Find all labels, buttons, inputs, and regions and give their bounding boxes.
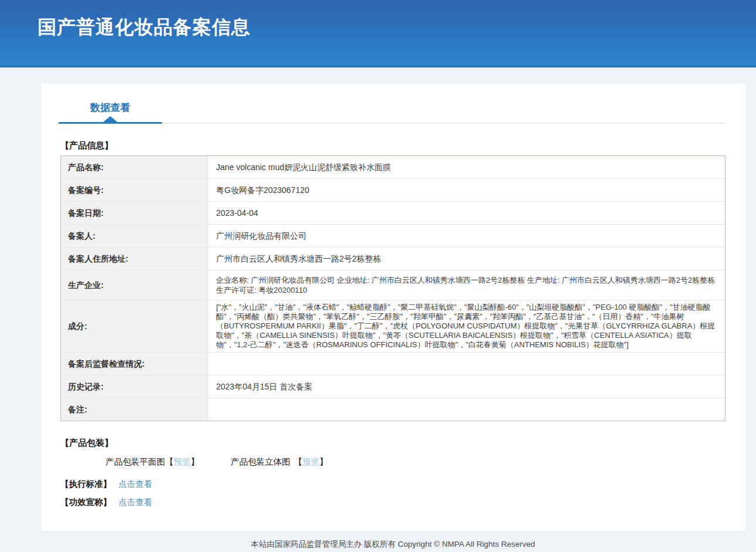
table-row: 备注: [61, 398, 725, 421]
exec-standard-view-link[interactable]: 点击查看 [118, 479, 152, 489]
section-title-product-info: 【产品信息】 [60, 140, 726, 151]
table-row: 备案后监督检查情况: [61, 353, 725, 375]
content-card: 数据查看 【产品信息】 产品名称: Jane volcanic mud妍泥火山泥… [41, 83, 745, 531]
table-row: 产品名称: Jane volcanic mud妍泥火山泥舒缓紧致补水面膜 [61, 156, 725, 179]
table-row: 备案人住所地址: 广州市白云区人和镇秀水塘西一路2号2栋整栋 [61, 248, 725, 270]
row-label: 生产企业: [61, 270, 208, 300]
row-value [208, 353, 725, 375]
bracket-close: 】 [191, 457, 199, 466]
row-label: 历史记录: [61, 375, 208, 398]
row-value: ["水"，"火山泥"，"甘油"，"液体石蜡"，"鲸蜡硬脂醇"，"聚二甲基硅氧烷"… [208, 300, 725, 353]
section-title-efficacy-claim: 【功效宣称】 [60, 497, 111, 507]
page-footer: 本站由国家药品监督管理局主办 版权所有 Copyright © NMPA All… [41, 539, 745, 550]
row-value: 广州润研化妆品有限公司 [208, 225, 725, 248]
row-value: 2023-04-04 [208, 202, 725, 225]
bracket-open: 【 [165, 457, 174, 466]
row-label: 产品名称: [61, 156, 208, 179]
packaging-stereo-preview-link[interactable]: 预览 [303, 457, 320, 466]
packaging-flat-preview-link[interactable]: 预览 [174, 457, 191, 466]
table-row: 生产企业: 企业名称: 广州润研化妆品有限公司 企业地址: 广州市白云区人和镇秀… [61, 270, 725, 300]
page-header: 国产普通化妆品备案信息 [0, 0, 756, 67]
section-title-product-package: 【产品包装】 [60, 438, 726, 449]
row-value: 2023年04月15日 首次备案 [208, 375, 725, 398]
bracket-close: 】 [320, 457, 328, 466]
tab-active-caret-icon [103, 116, 117, 122]
table-row: 备案人: 广州润研化妆品有限公司 [61, 225, 725, 248]
efficacy-claim-line: 【功效宣称】点击查看 [60, 497, 726, 507]
row-label: 备案人: [61, 225, 208, 248]
efficacy-claim-view-link[interactable]: 点击查看 [118, 497, 152, 507]
tab-data-view-label: 数据查看 [90, 102, 130, 113]
table-row: 备案编号: 粤G妆网备字2023067120 [61, 179, 725, 202]
row-label: 备注: [61, 398, 208, 421]
exec-standard-line: 【执行标准】点击查看 [60, 479, 726, 489]
product-info-table: 产品名称: Jane volcanic mud妍泥火山泥舒缓紧致补水面膜 备案编… [60, 155, 726, 421]
tab-data-view[interactable]: 数据查看 [59, 103, 162, 124]
bracket-open: 【 [294, 457, 303, 466]
page-title: 国产普通化妆品备案信息 [0, 0, 756, 40]
packaging-flat-item: 产品包装平面图【预览】 [106, 456, 199, 467]
packaging-stereo-item: 产品包装立体图【预览】 [231, 456, 328, 467]
table-row: 备案日期: 2023-04-04 [61, 202, 725, 225]
row-value: 粤G妆网备字2023067120 [208, 179, 725, 202]
section-title-exec-standard: 【执行标准】 [60, 479, 111, 489]
table-row: 历史记录: 2023年04月15日 首次备案 [61, 375, 725, 398]
row-label: 成分: [61, 300, 208, 353]
row-label: 备案日期: [61, 202, 208, 225]
row-label: 备案编号: [61, 179, 208, 202]
row-value [208, 398, 725, 421]
row-value: 企业名称: 广州润研化妆品有限公司 企业地址: 广州市白云区人和镇秀水塘西一路2… [208, 270, 725, 300]
row-label: 备案人住所地址: [61, 248, 208, 270]
tab-bar: 数据查看 [59, 103, 726, 124]
row-label: 备案后监督检查情况: [61, 353, 208, 375]
row-value: Jane volcanic mud妍泥火山泥舒缓紧致补水面膜 [208, 156, 725, 179]
packaging-flat-label: 产品包装平面图 [106, 457, 165, 466]
row-value: 广州市白云区人和镇秀水塘西一路2号2栋整栋 [208, 248, 725, 270]
packaging-row: 产品包装平面图【预览】 产品包装立体图【预览】 [106, 456, 726, 467]
packaging-stereo-label: 产品包装立体图 [231, 457, 291, 466]
table-row: 成分: ["水"，"火山泥"，"甘油"，"液体石蜡"，"鲸蜡硬脂醇"，"聚二甲基… [61, 300, 725, 353]
